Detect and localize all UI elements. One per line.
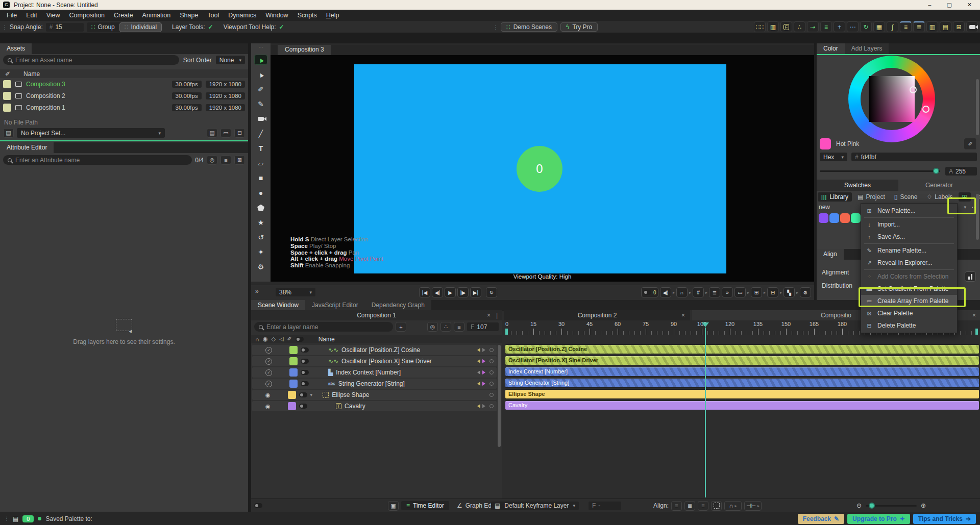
timeline-clip[interactable]: String Generator [String]	[505, 379, 979, 387]
color-panel-scrollbar[interactable]	[976, 79, 979, 135]
keyframe-prev-icon[interactable]	[475, 359, 480, 363]
pick-whip-icon[interactable]: ʃ	[887, 21, 898, 32]
viewport-canvas[interactable]: 0 Hold S Direct Layer Selection Space Pl…	[271, 55, 814, 282]
keyframe-prev-icon[interactable]	[475, 404, 480, 408]
timeline-clip[interactable]: Oscillator [Position.Z] Cosine	[505, 345, 979, 354]
upgrade-to-pro-button[interactable]: Upgrade to Pro✦	[847, 514, 910, 524]
keyframe-toggle-icon[interactable]	[489, 359, 494, 363]
layer-color-swatch[interactable]	[289, 346, 298, 354]
close-tab-icon[interactable]: ×	[487, 310, 491, 320]
align-left-button[interactable]: ≡	[671, 501, 682, 511]
footer-frame-field[interactable]: F -	[589, 502, 621, 510]
layers-overlay-icon[interactable]: ≣	[709, 287, 720, 297]
keyframe-toggle-icon[interactable]	[489, 382, 494, 386]
scatter-icon[interactable]: ∴	[794, 21, 805, 32]
layer-toggle[interactable]	[299, 392, 307, 397]
keyframe-box-icon[interactable]: ▣	[388, 501, 399, 511]
menu-create[interactable]: Create	[109, 11, 138, 20]
clear-search-icon[interactable]: ⊠	[234, 155, 245, 165]
attribute-editor-tab[interactable]: Attribute Editor	[0, 142, 54, 153]
open-folder-icon[interactable]: ▤	[207, 128, 217, 138]
frame-count-field[interactable]: F 107	[467, 322, 499, 331]
camera-toolbar-icon[interactable]	[966, 21, 978, 32]
javascript-editor-tab[interactable]: JavaScript Editor	[305, 300, 365, 311]
assets-tab[interactable]: Assets	[0, 43, 32, 54]
scene-window-tab[interactable]: Scene Window	[251, 300, 305, 311]
try-pro-button[interactable]: ϟ Try Pro	[560, 22, 598, 32]
footer-toggle[interactable]	[254, 503, 262, 508]
sort-order-select[interactable]: None▾	[216, 56, 245, 64]
console-count-badge[interactable]: 0	[22, 515, 34, 522]
checkerboard-icon[interactable]: ▚	[783, 287, 795, 297]
new-composition-icon[interactable]: ▭	[220, 128, 231, 138]
frame-offset-toggle[interactable]: 0	[641, 287, 658, 297]
layer-color-swatch[interactable]	[289, 368, 298, 377]
enabled-check-icon[interactable]: ✓	[265, 358, 272, 365]
sv-handle[interactable]	[910, 86, 917, 93]
hex-input[interactable]: # fd4fbf	[851, 153, 977, 161]
close-tab-icon[interactable]: ×	[681, 310, 685, 320]
expand-chevron-icon[interactable]: ▾	[310, 392, 313, 397]
go-to-end-button[interactable]: ▶|	[470, 287, 481, 297]
composition-canvas[interactable]: 0	[354, 64, 726, 273]
play-button[interactable]: ▶	[445, 287, 456, 297]
menu-edit[interactable]: Edit	[21, 11, 42, 20]
keyframe-next-icon[interactable]	[482, 370, 487, 374]
dependency-graph-tab[interactable]: Dependency Graph	[365, 300, 431, 311]
layer-list-scrollbar[interactable]	[498, 345, 501, 447]
pentagon-tool[interactable]	[254, 203, 267, 213]
align-tab[interactable]: Align	[817, 249, 844, 260]
asset-row[interactable]: Composition 1 30.00fps 1920 x 1080	[0, 102, 248, 113]
layer-color-swatch[interactable]	[289, 357, 298, 365]
bounds-icon[interactable]: ▭	[734, 287, 746, 297]
layer-search-input[interactable]: Enter a layer name	[254, 322, 393, 332]
add-layer-button[interactable]: +	[396, 322, 406, 332]
timeline-clip[interactable]: Ellipse Shape	[505, 390, 979, 398]
expand-panel-icon[interactable]: »	[255, 288, 259, 295]
tools-grip[interactable]: ⋯	[259, 44, 263, 50]
asset-color-swatch[interactable]	[3, 92, 11, 100]
layer-toggle[interactable]	[301, 370, 309, 375]
text-tool[interactable]: T	[254, 143, 267, 154]
scatter-add-icon[interactable]: ∴	[440, 322, 451, 332]
keyframe-snap-button[interactable]: ⊣⊢▸	[744, 501, 762, 511]
current-color-swatch[interactable]	[820, 138, 831, 149]
frame-f-icon[interactable]: F	[780, 21, 792, 32]
viewport-tool-help-check-icon[interactable]: ✓	[279, 23, 284, 31]
align-bars-icon[interactable]: ≡	[820, 21, 832, 32]
asset-color-swatch[interactable]	[3, 104, 11, 112]
timeline-clip[interactable]: Index Context [Number]	[505, 367, 979, 376]
layer-row[interactable]: ✓ ▙ Index Context [Number]	[252, 367, 497, 378]
keyframe-next-icon[interactable]	[482, 382, 487, 386]
distribution-chart-icon[interactable]	[965, 271, 976, 282]
step-back-button[interactable]: ◀|	[432, 287, 443, 297]
layer-row[interactable]: ◉ ▾ Ellipse Shape	[252, 390, 497, 400]
palette-swatch[interactable]	[829, 213, 839, 223]
direct-select-tool[interactable]: ▲	[254, 69, 267, 80]
layer-toggle[interactable]	[301, 359, 309, 364]
select-tool[interactable]: ▲	[254, 55, 267, 65]
keyframe-prev-icon[interactable]	[475, 382, 480, 386]
camera-tool[interactable]	[254, 114, 267, 124]
attribute-search-input[interactable]: Enter an Attribute name	[3, 155, 192, 165]
close-tab-icon[interactable]: ×	[972, 310, 976, 320]
audio-icon[interactable]: ◀)	[660, 287, 671, 297]
layer-color-swatch[interactable]	[288, 402, 296, 410]
menu-help[interactable]: Help	[322, 11, 344, 20]
panel-divider[interactable]	[0, 140, 248, 141]
enabled-check-icon[interactable]: ✓	[265, 347, 272, 354]
generator-tab[interactable]: Generator	[898, 180, 980, 191]
asset-search-input[interactable]: Enter an Asset name	[3, 55, 179, 65]
menu-file[interactable]: File	[2, 11, 21, 20]
hex-mode-select[interactable]: Hex▾	[820, 153, 847, 161]
pin-attribute-icon[interactable]: ◎	[207, 155, 217, 165]
keyframe-prev-icon[interactable]	[475, 370, 480, 374]
menu-window[interactable]: Window	[261, 11, 292, 20]
playhead-line[interactable]	[705, 328, 706, 497]
rotate-arc-icon[interactable]: ↻	[860, 21, 872, 32]
selection-box-icon[interactable]	[711, 501, 722, 511]
hue-ring-handle[interactable]	[922, 106, 929, 113]
console-icon[interactable]: ▤	[13, 515, 18, 522]
menu-dynamics[interactable]: Dynamics	[224, 11, 261, 20]
keyframe-prev-icon[interactable]	[475, 348, 480, 352]
